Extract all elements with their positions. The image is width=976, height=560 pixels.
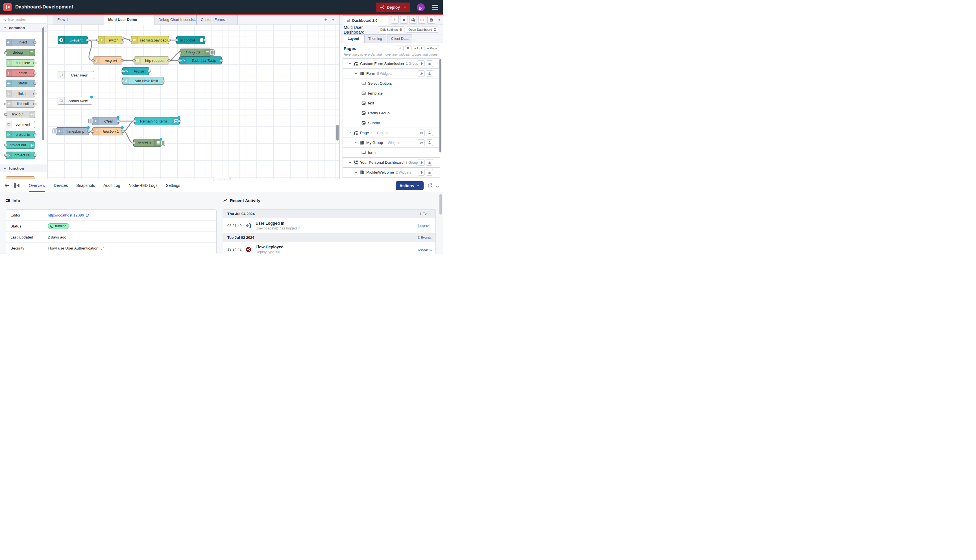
deploy-button[interactable]: Deploy ▼ — [376, 3, 410, 12]
node-ui-control[interactable]: ui control — [176, 36, 205, 44]
visibility-button[interactable] — [418, 60, 425, 67]
main-menu-icon[interactable] — [432, 5, 438, 10]
collapse-all-button[interactable] — [397, 45, 404, 52]
tab-devices[interactable]: Devices — [53, 179, 68, 192]
input-port[interactable] — [96, 39, 99, 42]
tab-client-data[interactable]: Client Data — [387, 35, 412, 43]
output-port[interactable] — [33, 62, 37, 64]
node-template-todo-list[interactable]: </> Todo List Table — [179, 57, 222, 64]
palette-category-common[interactable]: common — [0, 24, 47, 32]
flow-tab-3[interactable]: Debug Chart Inconsistence S — [154, 15, 197, 25]
tree-row-widget[interactable]: template — [343, 88, 440, 98]
input-port[interactable] — [92, 59, 95, 62]
output-port[interactable] — [120, 59, 124, 62]
visibility-button[interactable] — [418, 140, 425, 146]
tree-row-widget[interactable]: Select Option: — [343, 78, 440, 88]
tab-overview[interactable]: Overview — [29, 179, 45, 192]
node-inject-timestamp[interactable]: timestamp — [56, 127, 89, 135]
output-port[interactable] — [117, 120, 120, 122]
page-scrollbar[interactable] — [439, 194, 442, 215]
input-port[interactable] — [4, 52, 7, 54]
chevron-down-icon[interactable] — [355, 142, 357, 144]
open-editor-icon[interactable] — [427, 183, 433, 189]
input-port[interactable] — [175, 39, 178, 42]
tab-layout[interactable]: Layout — [344, 35, 363, 43]
input-port[interactable] — [4, 154, 7, 157]
output-port[interactable] — [33, 82, 37, 85]
tree-row-widget[interactable]: form — [343, 148, 440, 158]
palette-search[interactable] — [0, 15, 47, 24]
flow-canvas[interactable]: ui-event switch set msg.payload — [47, 25, 339, 179]
tree-row-page[interactable]: Custom Form Submission 1 Groups — [343, 59, 440, 68]
chevron-down-icon[interactable] — [349, 161, 351, 164]
activity-event-row[interactable]: 13:34:42 Flow Deployed Deploy type 'full… — [224, 242, 435, 254]
debug-tab-button[interactable] — [409, 16, 417, 24]
sidebar-menu-caret-icon[interactable]: ▼ — [438, 18, 440, 22]
activity-event-row[interactable]: 08:21:49 User Logged In User 'joepavitt'… — [224, 218, 435, 233]
flow-tab-1[interactable]: Flow 1 — [53, 15, 104, 25]
input-port[interactable] — [179, 52, 182, 54]
input-port[interactable] — [121, 70, 124, 73]
palette-search-input[interactable] — [8, 17, 39, 22]
palette-node-project-in[interactable]: project in — [6, 131, 35, 138]
context-data-tab-button[interactable] — [427, 16, 435, 24]
node-template-profile[interactable]: </> Profile — [122, 67, 149, 75]
input-port[interactable] — [4, 103, 7, 105]
node-switch[interactable]: switch — [98, 36, 123, 44]
deploy-caret-icon[interactable]: ▼ — [404, 6, 406, 9]
user-avatar[interactable]: jp — [417, 3, 425, 11]
palette-category-function[interactable]: function — [0, 165, 47, 172]
visibility-button[interactable] — [418, 159, 425, 166]
output-port[interactable] — [167, 59, 170, 62]
visibility-button[interactable] — [418, 169, 425, 175]
lock-button[interactable] — [426, 169, 433, 175]
lock-button[interactable] — [426, 70, 433, 77]
info-tab-button[interactable]: i — [391, 16, 399, 24]
output-port[interactable] — [178, 120, 181, 122]
flow-list-caret-icon[interactable]: ▼ — [332, 18, 334, 22]
chevron-down-icon[interactable] — [349, 132, 351, 134]
config-tab-button[interactable]: ⚙ — [418, 16, 426, 24]
tab-snapshots[interactable]: Snapshots — [76, 179, 95, 192]
node-comment-admin-view[interactable]: Admin View — [58, 97, 92, 105]
output-port[interactable] — [33, 154, 37, 157]
node-debug-9[interactable]: debug 9 — [133, 139, 162, 147]
flow-tab-4[interactable]: Custom Forms — [197, 15, 238, 25]
sidebar-tab-dashboard[interactable]: Dashboard 2.0 — [343, 15, 388, 25]
tab-theming[interactable]: Theming — [364, 35, 386, 43]
tree-row-group[interactable]: Profile/Welcome 2 Widgets — [343, 167, 440, 177]
debug-toggle-button[interactable] — [161, 140, 165, 146]
panel-resize-handle[interactable] — [213, 177, 231, 181]
output-port[interactable] — [162, 80, 165, 82]
chain-link-icon[interactable] — [100, 247, 104, 250]
palette-node-comment[interactable]: comment — [6, 121, 35, 128]
node-inject-clear[interactable]: Clear — [92, 117, 118, 125]
lock-button[interactable] — [426, 130, 433, 136]
palette-node-project-out[interactable]: project out — [6, 142, 35, 149]
collapse-panel-icon[interactable] — [435, 185, 439, 189]
node-ui-event[interactable]: ui-event — [58, 36, 88, 44]
palette-node-status[interactable]: status — [6, 80, 35, 87]
palette-node-project-call[interactable]: project call — [6, 152, 35, 159]
tree-row-widget[interactable]: text — [343, 98, 440, 108]
palette-node-catch[interactable]: ! catch — [6, 70, 35, 77]
visibility-button[interactable] — [418, 130, 425, 136]
node-ui-chart-remaining-items[interactable]: Remaining Items — [134, 117, 180, 125]
input-port[interactable] — [91, 130, 94, 133]
input-port[interactable] — [178, 59, 181, 62]
input-port[interactable] — [121, 80, 124, 82]
tree-row-page[interactable]: Page 1 1 Groups — [343, 128, 440, 138]
output-port-1[interactable] — [121, 37, 124, 40]
input-port[interactable] — [133, 120, 136, 122]
output-port[interactable] — [33, 133, 37, 136]
editor-link[interactable]: http://localhost:12086 — [48, 213, 89, 217]
palette-node-link-in[interactable]: link in — [6, 90, 35, 97]
sidebar-scrollbar[interactable] — [439, 59, 441, 152]
chevron-down-icon[interactable] — [355, 171, 357, 174]
output-port[interactable] — [121, 130, 124, 133]
lock-button[interactable] — [426, 140, 433, 146]
tree-row-page[interactable]: Your Personal Dashboard 3 Groups — [343, 158, 440, 167]
chevron-down-icon[interactable] — [349, 62, 351, 65]
lock-button[interactable] — [426, 60, 433, 67]
node-function-msg-url[interactable]: ƒ msg.url — [93, 57, 122, 64]
